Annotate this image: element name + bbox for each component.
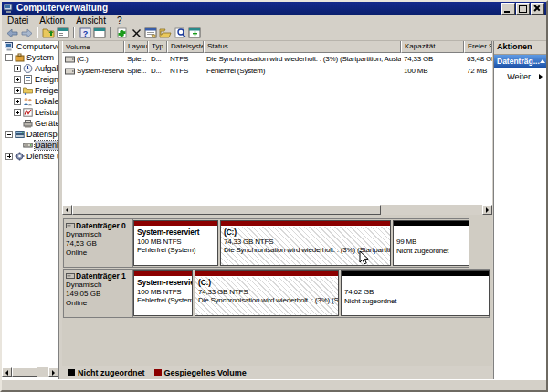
disk-0-status: Online	[66, 249, 132, 258]
volume-list-header: Volume Layout Typ Dateisystem Status Kap…	[62, 41, 492, 53]
toolbar-separator	[110, 27, 111, 38]
scrollbar-thumb[interactable]	[12, 367, 37, 377]
chevron-right-icon	[539, 74, 545, 79]
toolbar: ?	[2, 26, 546, 41]
tree-item-label: Computerverw	[16, 42, 58, 51]
tree-item-lokale-benutzer[interactable]: Lokale	[2, 96, 58, 107]
tree-item-label: Freigeg	[35, 86, 58, 95]
scroll-right-icon[interactable]	[48, 367, 58, 377]
tree-item-freigegebene-ordner[interactable]: Freigeg	[2, 85, 58, 96]
column-header-volume[interactable]: Volume	[62, 41, 124, 53]
expand-icon[interactable]	[14, 65, 21, 72]
menubar: Datei Aktion Ansicht ?	[2, 15, 546, 26]
expand-icon[interactable]	[14, 76, 21, 83]
menu-datei[interactable]: Datei	[2, 16, 34, 26]
volume-row-c[interactable]: (C:) Spie... D... NTFS Die Synchronisati…	[62, 53, 492, 65]
tree-item-geraete-manager[interactable]: Geräte	[2, 118, 58, 129]
menu-ansicht[interactable]: Ansicht	[70, 16, 111, 26]
device-manager-icon	[23, 119, 33, 128]
titlebar[interactable]: Computerverwaltung	[2, 2, 546, 15]
computer-management-window: Computerverwaltung Datei Aktion Ansicht …	[0, 0, 548, 392]
legend-bar: Nicht zugeordnet Gespiegeltes Volume	[62, 366, 492, 379]
tree-item-computerverwaltung[interactable]: Computerverw	[2, 41, 58, 52]
scrollbar-thumb[interactable]	[72, 205, 381, 215]
disk-1-partition-system-reserviert[interactable]: System-reserviert 100 MB NTFS Fehlerfrei…	[133, 270, 193, 316]
collapse-icon[interactable]	[5, 54, 13, 61]
disk-graphical-view: Datenträger 0 Dynamisch 74,53 GB Online …	[62, 215, 492, 366]
help-icon[interactable]: ?	[78, 26, 92, 39]
disk-1-partition-c[interactable]: (C:) 74,33 GB NTFS Die Synchronisation w…	[195, 270, 339, 316]
actions-pane: Aktionen Datenträg... Weiter...	[493, 41, 547, 379]
expand-icon[interactable]	[14, 109, 21, 116]
mirrored-volume-swatch	[154, 369, 162, 376]
column-header-dateisystem[interactable]: Dateisystem	[167, 41, 204, 53]
expand-icon[interactable]	[14, 98, 21, 105]
forward-icon[interactable]	[19, 26, 34, 39]
actions-group-datentraeger[interactable]: Datenträg...	[494, 55, 547, 68]
search-icon[interactable]	[173, 26, 187, 39]
close-button[interactable]	[531, 3, 544, 15]
disk-icon	[66, 272, 75, 280]
back-icon[interactable]	[5, 26, 19, 39]
drive-icon	[65, 56, 75, 63]
column-header-layout[interactable]: Layout	[124, 41, 148, 53]
legend-unallocated: Nicht zugeordnet	[68, 368, 145, 377]
window-title: Computerverwaltung	[16, 4, 108, 13]
tree-horizontal-scrollbar[interactable]	[2, 367, 58, 377]
maximize-button[interactable]	[516, 3, 530, 15]
tree-item-label: System	[26, 53, 54, 62]
tree-item-ereignisanzeige[interactable]: Ereigni	[2, 74, 58, 85]
scroll-left-icon[interactable]	[62, 205, 72, 215]
disk-0-unallocated[interactable]: 99 MB Nicht zugeordnet	[393, 220, 469, 266]
scroll-right-icon[interactable]	[482, 205, 492, 215]
tree-item-system[interactable]: System	[2, 52, 58, 63]
performance-icon	[23, 108, 33, 117]
disk-1-header[interactable]: Datenträger 1 Dynamisch 149,05 GB Online	[64, 270, 133, 317]
expand-icon[interactable]	[5, 153, 13, 160]
disk-0-header[interactable]: Datenträger 0 Dynamisch 74,53 GB Online	[64, 219, 133, 267]
disk-0-typ: Dynamisch	[66, 230, 132, 239]
scroll-left-icon[interactable]	[2, 367, 12, 377]
unallocated-swatch	[68, 369, 75, 376]
open-folder-icon[interactable]	[158, 26, 173, 39]
tree-item-aufgabenplanung[interactable]: Aufgab	[2, 63, 58, 74]
menu-aktion[interactable]: Aktion	[34, 16, 70, 26]
column-header-status[interactable]: Status	[204, 41, 401, 53]
actions-header: Aktionen	[494, 41, 547, 55]
disk-row-0: Datenträger 0 Dynamisch 74,53 GB Online …	[63, 218, 469, 268]
disk-1-typ: Dynamisch	[66, 281, 132, 290]
svg-text:?: ?	[82, 29, 88, 38]
toolbar-separator	[37, 27, 38, 38]
column-header-freier-speicher[interactable]: Freier S	[464, 41, 492, 53]
expand-icon[interactable]	[14, 87, 21, 94]
column-header-typ[interactable]: Typ	[148, 41, 167, 53]
up-level-icon[interactable]	[41, 26, 56, 39]
snapin-window-icon[interactable]	[187, 26, 202, 39]
disk-0-partition-system-reserviert[interactable]: System-reserviert 100 MB NTFS Fehlerfrei…	[133, 220, 218, 266]
legend-mirrored-volume: Gespiegeltes Volume	[154, 368, 247, 377]
tree-item-label: Leistun	[35, 108, 58, 117]
event-viewer-icon	[23, 75, 33, 84]
volume-row-system-reserviert[interactable]: System-reserviert Spie... D... NTFS Fehl…	[62, 65, 492, 77]
actions-more[interactable]: Weiter...	[494, 68, 547, 81]
properties-icon[interactable]	[143, 26, 158, 39]
minimize-button[interactable]	[501, 3, 515, 15]
refresh-icon[interactable]	[114, 26, 129, 39]
tree-item-leistung[interactable]: Leistun	[2, 107, 58, 118]
disk-1-unallocated[interactable]: 74,62 GB Nicht zugeordnet	[341, 270, 490, 316]
column-header-kapazitaet[interactable]: Kapazität	[401, 41, 464, 53]
volume-list: Volume Layout Typ Dateisystem Status Kap…	[62, 41, 492, 205]
list-horizontal-scrollbar[interactable]	[62, 205, 492, 215]
task-scheduler-icon	[23, 64, 33, 73]
console-window-icon[interactable]	[92, 26, 107, 39]
tree-item-datenspeicher[interactable]: Datenspeic	[2, 129, 58, 140]
storage-icon	[15, 130, 25, 139]
disk-0-partition-c[interactable]: (C:) 74,33 GB NTFS Die Synchronisation w…	[220, 220, 391, 266]
delete-icon[interactable]	[129, 26, 143, 39]
tree-item-label: Ereigni	[35, 75, 58, 84]
tree-item-dienste-und-anwendungen[interactable]: Dienste un	[2, 151, 58, 162]
menu-hilfe[interactable]: ?	[111, 16, 128, 26]
console-tree-icon[interactable]	[56, 26, 70, 39]
collapse-icon[interactable]	[5, 131, 13, 138]
tree-item-datentraegerverwaltung[interactable]: Datenb	[2, 140, 58, 151]
